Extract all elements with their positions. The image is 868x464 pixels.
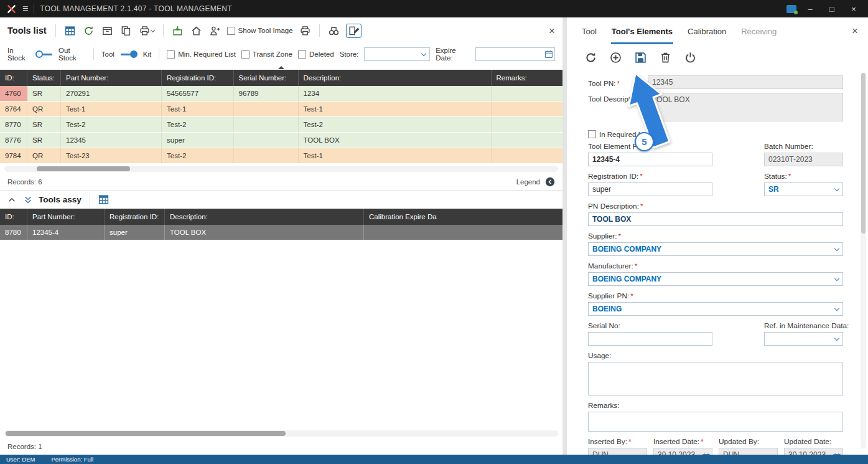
column-header-description[interactable]: Description: bbox=[165, 209, 364, 225]
scrollbar-thumb[interactable] bbox=[861, 73, 866, 234]
detail-close-icon[interactable]: × bbox=[852, 26, 858, 36]
pn-description-input[interactable] bbox=[588, 212, 843, 226]
show-tool-image-checkbox[interactable]: Show Tool Image bbox=[227, 27, 293, 35]
tools-table-header: ID: Status: Part Number: Registration ID… bbox=[0, 70, 562, 86]
cell-description: Test-1 bbox=[299, 148, 492, 163]
registration-id-label: Registration ID:* bbox=[588, 172, 712, 181]
expand-all-button[interactable] bbox=[22, 194, 34, 206]
deactivate-button[interactable] bbox=[683, 50, 698, 65]
tools-assy-header: Tools assy bbox=[0, 190, 562, 209]
print-image-button[interactable] bbox=[299, 24, 312, 37]
table-row-selected[interactable]: 8780 12345-4 super TOOL BOX bbox=[0, 225, 562, 240]
add-button[interactable] bbox=[609, 50, 623, 65]
supplier-pn-select[interactable]: BOEING bbox=[588, 302, 843, 316]
edit-button-active[interactable] bbox=[346, 24, 362, 38]
copy-button[interactable] bbox=[119, 24, 133, 37]
tab-calibration[interactable]: Calibration bbox=[687, 17, 727, 44]
cell-registration-id: Test-2 bbox=[162, 148, 234, 163]
archive-button[interactable] bbox=[101, 24, 114, 37]
detail-tabs: Tool Tool's Elements Calibration Receivi… bbox=[571, 17, 868, 44]
column-header-serial-number[interactable]: Serial Number: bbox=[234, 70, 299, 86]
collapse-button[interactable] bbox=[6, 194, 17, 206]
menu-icon[interactable]: ≡ bbox=[22, 3, 28, 14]
cell-serial-number: 96789 bbox=[234, 86, 299, 101]
search-button[interactable] bbox=[327, 24, 340, 37]
column-header-description[interactable]: Description: bbox=[299, 70, 492, 86]
store-select[interactable] bbox=[364, 47, 430, 61]
print-button[interactable] bbox=[138, 24, 156, 37]
column-header-status[interactable]: Status: bbox=[27, 70, 61, 86]
table-row[interactable]: 4760 SR 270291 54565577 96789 1234 bbox=[0, 86, 562, 102]
registration-id-input[interactable] bbox=[588, 182, 712, 196]
manufacturer-select[interactable]: BOEING COMPANY bbox=[588, 272, 843, 286]
tool-pn-input bbox=[648, 75, 843, 89]
print-icon bbox=[139, 26, 150, 36]
transit-zone-checkbox[interactable]: Transit Zone bbox=[241, 50, 292, 59]
tools-list-filters: In Stock Out Stock Tool Kit Min. Require… bbox=[0, 44, 562, 65]
grid-export-button[interactable] bbox=[63, 24, 77, 37]
home-button[interactable] bbox=[190, 24, 203, 37]
updated-date-label: Updated Date: bbox=[784, 437, 843, 446]
tools-list-close-icon[interactable]: × bbox=[549, 26, 555, 36]
splitter-handle[interactable] bbox=[0, 65, 562, 70]
deleted-checkbox[interactable]: Deleted bbox=[298, 50, 334, 59]
refresh-button[interactable] bbox=[584, 50, 598, 65]
cell-status: SR bbox=[27, 86, 61, 101]
usage-input[interactable] bbox=[588, 362, 843, 395]
usage-label: Usage: bbox=[588, 351, 843, 360]
column-header-registration-id[interactable]: Registration ID: bbox=[162, 70, 234, 86]
tool-pn-label: Tool PN:* bbox=[588, 77, 648, 88]
remarks-input[interactable] bbox=[588, 412, 843, 432]
vertical-scrollbar bbox=[861, 73, 866, 448]
table-row[interactable]: 9784 QR Test-23 Test-2 Test-1 bbox=[0, 148, 562, 164]
tool-kit-toggle[interactable] bbox=[120, 50, 138, 58]
calendar-icon[interactable] bbox=[544, 50, 553, 59]
serial-no-input[interactable] bbox=[588, 332, 712, 346]
tray-icon[interactable] bbox=[786, 5, 796, 13]
column-header-remarks[interactable]: Remarks: bbox=[492, 70, 563, 86]
column-header-id[interactable]: ID: bbox=[0, 209, 27, 225]
column-header-registration-id[interactable]: Registration ID: bbox=[105, 209, 165, 225]
checkbox-box bbox=[227, 27, 235, 35]
column-header-part-number[interactable]: Part Number: bbox=[61, 70, 162, 86]
column-header-part-number[interactable]: Part Number: bbox=[27, 209, 105, 225]
cell-status: QR bbox=[27, 148, 61, 163]
cell-id: 9784 bbox=[0, 148, 27, 163]
save-button[interactable] bbox=[633, 50, 648, 65]
cell-serial-number bbox=[234, 133, 299, 148]
minimize-button[interactable]: – bbox=[802, 4, 818, 14]
legend-toggle-icon[interactable] bbox=[545, 177, 555, 187]
table-row[interactable]: 8776 SR 12345 super TOOL BOX bbox=[0, 133, 562, 148]
status-select[interactable]: SR bbox=[764, 182, 843, 196]
scrollbar-thumb[interactable] bbox=[6, 431, 286, 436]
records-count: Records: 1 bbox=[7, 443, 42, 450]
column-header-calibration-expire[interactable]: Calibration Expire Da bbox=[364, 209, 562, 225]
table-row[interactable]: 8770 SR Test-2 Test-2 Test-2 bbox=[0, 117, 562, 133]
table-row[interactable]: 8764 QR Test-1 Test-1 Test-1 bbox=[0, 102, 562, 117]
assy-grid-button[interactable] bbox=[97, 193, 110, 206]
supplier-select[interactable]: BOEING COMPANY bbox=[588, 242, 843, 256]
delete-button[interactable] bbox=[658, 50, 673, 65]
column-header-id[interactable]: ID: bbox=[0, 70, 27, 86]
tab-tool[interactable]: Tool bbox=[581, 17, 597, 44]
min-required-checkbox[interactable]: Min. Required List bbox=[167, 50, 236, 59]
tab-tools-elements[interactable]: Tool's Elements bbox=[611, 17, 673, 44]
ref-maintenance-select[interactable] bbox=[764, 332, 843, 346]
detail-form: Tool PN:* Tool Description:* TOOL BOX In… bbox=[571, 70, 868, 455]
refresh-button[interactable] bbox=[82, 24, 95, 37]
close-button[interactable]: × bbox=[846, 4, 862, 14]
home-icon bbox=[191, 26, 202, 36]
restore-button[interactable]: □ bbox=[824, 4, 840, 14]
statusbar: User: DEM Permission: Full bbox=[0, 455, 868, 464]
scrollbar-thumb[interactable] bbox=[37, 166, 130, 171]
expire-date-input[interactable] bbox=[475, 47, 555, 61]
stock-toggle[interactable] bbox=[35, 50, 53, 58]
cell-registration-id: super bbox=[105, 225, 165, 240]
plus-circle-icon bbox=[610, 52, 622, 64]
cell-status: QR bbox=[27, 102, 61, 116]
field-row-audit: Inserted By:* Inserted Date:* Updated By… bbox=[588, 437, 843, 455]
user-export-button[interactable] bbox=[208, 24, 222, 37]
in-required-list-checkbox[interactable]: In Required List bbox=[588, 130, 843, 138]
import-button[interactable] bbox=[171, 24, 184, 37]
tool-element-pn-input[interactable] bbox=[588, 153, 712, 166]
